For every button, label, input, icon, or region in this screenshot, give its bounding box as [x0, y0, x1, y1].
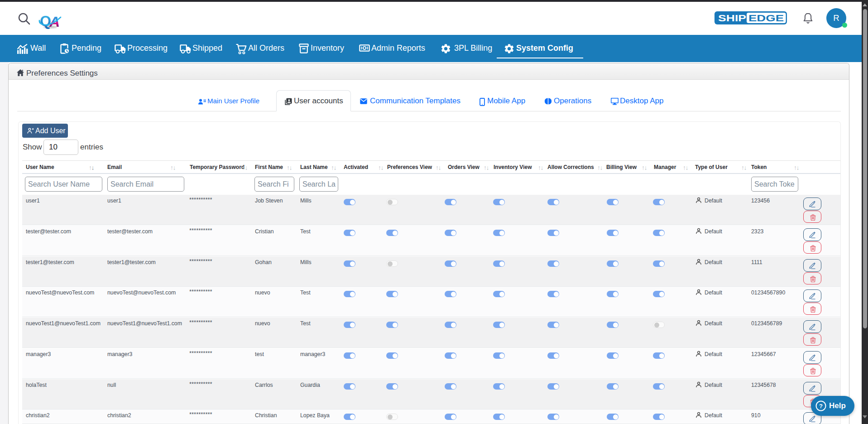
svg-text:?: ? [819, 403, 823, 410]
svg-text:EDGE: EDGE [748, 13, 784, 23]
svg-text:SHIP: SHIP [718, 13, 746, 23]
